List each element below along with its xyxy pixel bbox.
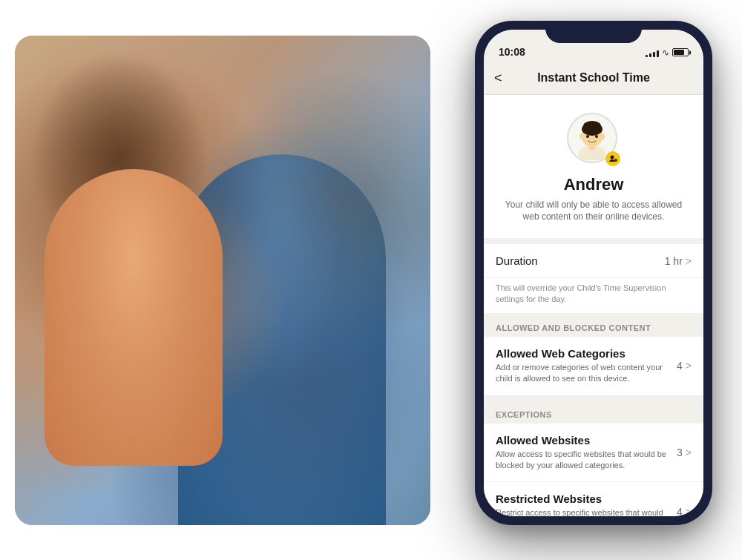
web-categories-title: Allowed Web Categories	[496, 347, 668, 360]
child-name: Andrew	[564, 175, 624, 194]
web-categories-chevron-icon: >	[686, 360, 692, 372]
signal-bar-2	[649, 53, 651, 57]
list-item-restricted-websites[interactable]: Restricted Websites Restrict access to s…	[484, 482, 703, 515]
restricted-websites-right: 4 >	[677, 506, 692, 516]
restricted-websites-chevron-icon: >	[686, 506, 692, 516]
svg-point-4	[583, 121, 601, 131]
list-item-content-allowed-websites: Allowed Websites Allow access to specifi…	[496, 434, 668, 472]
restricted-websites-title: Restricted Websites	[496, 493, 668, 505]
duration-label: Duration	[496, 254, 538, 267]
svg-point-5	[586, 135, 589, 138]
allowed-websites-title: Allowed Websites	[496, 434, 668, 447]
signal-bar-1	[646, 55, 648, 57]
allowed-blocked-header: ALLOWED AND BLOCKED CONTENT	[484, 314, 703, 337]
battery-icon	[672, 48, 689, 56]
svg-point-9	[611, 155, 614, 159]
svg-point-8	[600, 134, 605, 139]
allowed-websites-chevron-icon: >	[686, 447, 692, 458]
duration-chevron-icon: >	[686, 255, 692, 267]
photo-card	[15, 36, 430, 525]
status-icons: ∿	[646, 47, 689, 58]
phone-device: 10:08 ∿	[475, 21, 712, 525]
list-item-web-categories[interactable]: Allowed Web Categories Add or remove cat…	[484, 337, 703, 395]
exceptions-section: Allowed Websites Allow access to specifi…	[484, 424, 703, 516]
status-time: 10:08	[499, 46, 525, 58]
list-item-content-restricted-websites: Restricted Websites Restrict access to s…	[496, 493, 668, 515]
allowed-websites-desc: Allow access to specific websites that w…	[496, 449, 668, 472]
phone-screen: 10:08 ∿	[484, 30, 703, 516]
app-title: Instant School Time	[537, 71, 650, 85]
duration-time: 1 hr	[665, 255, 683, 267]
wifi-icon: ∿	[662, 47, 669, 58]
web-categories-right: 4 >	[677, 360, 692, 372]
photo-background	[15, 36, 430, 525]
avatar-container	[567, 113, 620, 166]
svg-point-6	[595, 135, 598, 138]
list-item-allowed-websites[interactable]: Allowed Websites Allow access to specifi…	[484, 424, 703, 483]
web-categories-count: 4	[677, 360, 683, 372]
duration-section: Duration 1 hr > This will override your …	[484, 244, 703, 313]
app-content[interactable]: Andrew Your child will only be able to a…	[484, 95, 703, 516]
avatar-badge	[605, 151, 620, 166]
duration-value: 1 hr >	[665, 255, 692, 267]
exceptions-header: EXCEPTIONS	[484, 401, 703, 424]
signal-bar-4	[657, 50, 659, 57]
restricted-websites-count: 4	[677, 506, 683, 516]
phone-wrapper: 10:08 ∿	[475, 21, 727, 540]
back-button[interactable]: <	[494, 70, 502, 86]
list-item-content-web-categories: Allowed Web Categories Add or remove cat…	[496, 347, 668, 385]
allowed-websites-right: 3 >	[677, 447, 692, 458]
app-header: < Instant School Time	[484, 62, 703, 95]
photo-overlay	[15, 36, 430, 525]
signal-bars-icon	[646, 48, 659, 57]
battery-fill	[674, 50, 684, 55]
phone-notch	[545, 21, 642, 43]
signal-bar-3	[653, 52, 655, 57]
duration-note: This will override your Child's Time Sup…	[484, 278, 703, 313]
web-categories-section: Allowed Web Categories Add or remove cat…	[484, 337, 703, 395]
person-plus-icon	[608, 154, 617, 163]
child-description: Your child will only be able to access a…	[505, 199, 683, 224]
profile-section: Andrew Your child will only be able to a…	[484, 95, 703, 239]
allowed-websites-count: 3	[677, 447, 683, 458]
duration-row[interactable]: Duration 1 hr >	[484, 244, 703, 278]
web-categories-desc: Add or remove categories of web content …	[496, 362, 668, 385]
restricted-websites-desc: Restrict access to specific websites tha…	[496, 507, 668, 515]
scene: 10:08 ∿	[15, 13, 727, 547]
svg-point-7	[580, 134, 584, 139]
